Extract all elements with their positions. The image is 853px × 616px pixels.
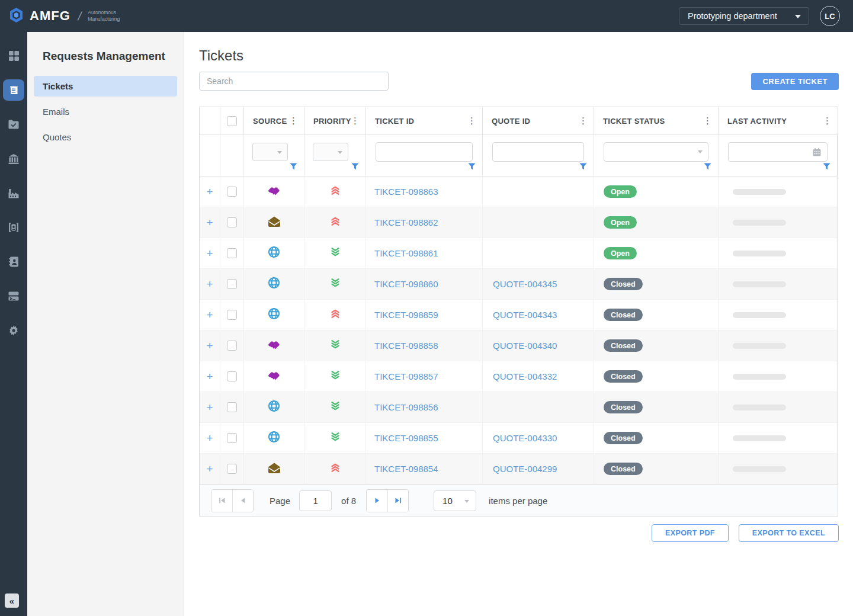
expand-row-button[interactable]: +	[200, 423, 220, 454]
ticket-id-cell: TIKCET-098857	[366, 361, 483, 392]
ticket-link[interactable]: TIKCET-098862	[374, 217, 438, 227]
first-page-button[interactable]	[211, 490, 232, 512]
row-checkbox[interactable]	[227, 310, 237, 320]
table-row: + TIKCET-098860 QUOTE-004345 Closed	[200, 269, 838, 300]
panel-item-emails[interactable]: Emails	[34, 101, 177, 122]
column-menu-icon[interactable]: ⋮	[465, 114, 479, 127]
filter-funnel-icon[interactable]	[468, 162, 476, 173]
last-activity-cell	[719, 269, 838, 300]
row-checkbox[interactable]	[227, 187, 237, 197]
expand-row-button[interactable]: +	[200, 300, 220, 331]
quote-link[interactable]: QUOTE-004332	[493, 371, 557, 381]
export-pdf-button[interactable]: EXPORT PDF	[652, 524, 729, 542]
ticket-link[interactable]: TIKCET-098858	[374, 341, 438, 351]
sidebar-item-tickets[interactable]	[0, 73, 27, 107]
filter-funnel-icon[interactable]	[579, 162, 587, 173]
quote-link[interactable]: QUOTE-004299	[493, 464, 557, 474]
column-menu-icon[interactable]: ⋮	[701, 114, 714, 127]
sidebar-collapse-button[interactable]: «	[5, 593, 19, 608]
column-menu-icon[interactable]: ⋮	[576, 114, 590, 127]
column-menu-icon[interactable]: ⋮	[348, 114, 362, 127]
filter-funnel-icon[interactable]	[704, 162, 711, 173]
priority-high-icon	[330, 463, 341, 475]
panel-item-quotes[interactable]: Quotes	[34, 127, 177, 147]
row-checkbox[interactable]	[227, 371, 237, 381]
search-input[interactable]	[199, 72, 389, 91]
column-priority: PRIORITY	[313, 117, 351, 126]
ticket-link[interactable]: TIKCET-098863	[374, 187, 438, 197]
sidebar-item-projects[interactable]	[0, 107, 27, 142]
items-per-page-select[interactable]: 10	[434, 490, 476, 511]
expand-row-button[interactable]: +	[200, 392, 220, 423]
ticket-link[interactable]: TIKCET-098860	[374, 279, 438, 289]
sidebar-item-factory[interactable]	[0, 176, 27, 210]
department-select[interactable]: Prototyping department	[679, 7, 809, 25]
expand-row-button[interactable]: +	[200, 331, 220, 361]
expand-row-button[interactable]: +	[200, 361, 220, 392]
status-filter-select[interactable]	[604, 142, 708, 162]
column-menu-icon[interactable]: ⋮	[820, 114, 834, 127]
filter-funnel-icon[interactable]	[290, 162, 297, 173]
quote-id-cell: QUOTE-004299	[483, 454, 594, 485]
last-activity-filter-date[interactable]	[728, 142, 828, 162]
create-ticket-button[interactable]: CREATE TICKET	[751, 73, 839, 90]
row-checkbox[interactable]	[227, 217, 237, 227]
ticket-link[interactable]: TIKCET-098857	[374, 371, 438, 381]
row-checkbox[interactable]	[227, 402, 237, 412]
ticket-link[interactable]: TIKCET-098859	[374, 310, 438, 320]
expand-row-button[interactable]: +	[200, 238, 220, 269]
tickets-icon	[3, 79, 24, 101]
previous-page-button[interactable]	[232, 490, 253, 512]
source-filter-select[interactable]	[252, 143, 288, 161]
priority-cell	[304, 269, 366, 300]
row-checkbox[interactable]	[227, 464, 237, 474]
quote-link[interactable]: QUOTE-004345	[493, 279, 557, 289]
ticket-link[interactable]: TIKCET-098854	[374, 464, 438, 474]
sidebar-item-machines[interactable]	[0, 210, 27, 245]
sidebar-item-contacts[interactable]	[0, 245, 27, 279]
source-cell	[244, 392, 304, 423]
priority-cell	[304, 238, 366, 269]
status-cell: Closed	[594, 423, 719, 454]
sidebar-item-organization[interactable]	[0, 142, 27, 176]
priority-filter-select[interactable]	[313, 143, 348, 161]
quote-link[interactable]: QUOTE-004330	[493, 433, 557, 443]
expand-row-button[interactable]: +	[200, 207, 220, 238]
loading-skeleton	[733, 189, 786, 195]
quote-link[interactable]: QUOTE-004340	[493, 341, 557, 351]
expand-row-button[interactable]: +	[200, 177, 220, 207]
filter-funnel-icon[interactable]	[823, 162, 830, 173]
filter-funnel-icon[interactable]	[351, 162, 359, 173]
panel-item-tickets[interactable]: Tickets	[34, 76, 177, 97]
row-checkbox[interactable]	[227, 341, 237, 351]
sidebar-item-settings[interactable]	[0, 313, 27, 348]
ticket-id-filter-input[interactable]	[376, 142, 473, 162]
next-page-button[interactable]	[367, 490, 387, 512]
source-cell	[244, 331, 304, 361]
ticket-link[interactable]: TIKCET-098856	[374, 402, 438, 412]
quote-link[interactable]: QUOTE-004343	[493, 310, 557, 320]
column-menu-icon[interactable]: ⋮	[287, 114, 300, 127]
status-badge: Closed	[604, 463, 643, 475]
globe-icon	[268, 246, 280, 261]
select-all-checkbox[interactable]	[227, 116, 237, 126]
row-checkbox[interactable]	[227, 433, 237, 443]
quote-id-filter-input[interactable]	[492, 142, 584, 162]
export-excel-button[interactable]: EXPORT TO EXCEL	[739, 524, 839, 542]
priority-cell	[304, 454, 366, 485]
status-cell: Closed	[594, 361, 719, 392]
expand-row-button[interactable]: +	[200, 454, 220, 485]
row-checkbox[interactable]	[227, 248, 237, 258]
ticket-link[interactable]: TIKCET-098855	[374, 433, 438, 443]
avatar[interactable]: LC	[820, 6, 840, 26]
last-page-button[interactable]	[387, 490, 408, 512]
page-number-input[interactable]	[299, 490, 332, 511]
sidebar-item-dashboard[interactable]	[0, 38, 27, 73]
expand-row-button[interactable]: +	[200, 269, 220, 300]
column-last-activity: LAST ACTIVITY	[727, 117, 787, 126]
ticket-link[interactable]: TIKCET-098861	[374, 248, 438, 258]
priority-low-icon	[330, 278, 341, 290]
row-checkbox[interactable]	[227, 279, 237, 289]
sidebar-item-console[interactable]	[0, 279, 27, 313]
ticket-id-cell: TIKCET-098861	[366, 238, 483, 269]
